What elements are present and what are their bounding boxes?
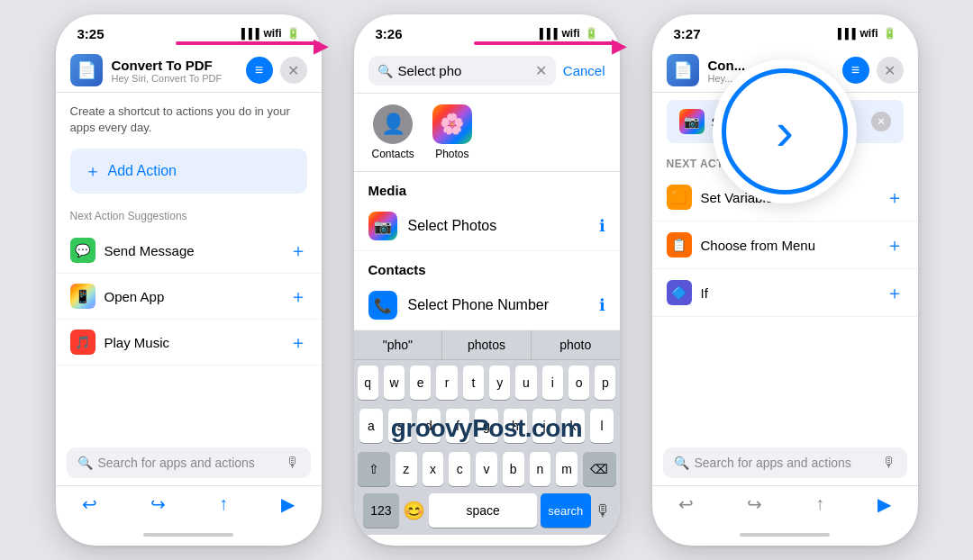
battery-icon-3: 🔋 (883, 27, 896, 40)
header-actions-1: ≡ ✕ (246, 57, 307, 84)
suggest-pho[interactable]: "pho" (354, 330, 443, 359)
open-app-icon: 📱 (70, 284, 95, 309)
menu-button-1[interactable]: ≡ (246, 57, 273, 84)
kb-row-3: ⇧ z x c v b n m ⌫ (354, 447, 620, 490)
kb-w[interactable]: w (384, 366, 405, 400)
wifi-icon-2: wifi (562, 27, 580, 40)
arrow-1: ▶ (176, 41, 320, 45)
nav-forward-1[interactable]: ↪ (150, 493, 166, 515)
search-input-value[interactable]: Select pho (398, 63, 462, 78)
select-phone-icon: 📞 (368, 291, 397, 320)
kb-n[interactable]: n (530, 452, 551, 486)
kb-b[interactable]: b (503, 452, 524, 486)
nav-back-1[interactable]: ↩ (82, 493, 97, 515)
select-photos-item[interactable]: 📷 Select Photos ℹ (354, 202, 620, 251)
kb-p[interactable]: p (595, 366, 615, 400)
nav-forward-3[interactable]: ↪ (747, 493, 762, 515)
search-bar-3[interactable]: 🔍 Search for apps and actions 🎙 (663, 447, 907, 478)
select-phone-number-item[interactable]: 📞 Select Phone Number ℹ (354, 281, 620, 330)
kb-delete[interactable]: ⌫ (583, 452, 615, 486)
if-label: If (701, 285, 877, 301)
suggestion-open-app[interactable]: 📱 Open App ＋ (56, 274, 322, 320)
if-action[interactable]: 🔷 If ＋ (652, 269, 918, 317)
arrow-head-2: ▶ (612, 34, 627, 58)
kb-mic[interactable]: 🎙 (595, 501, 611, 520)
quick-access-row: 👤 Contacts 🌸 Photos (354, 94, 620, 172)
mic-icon-1[interactable]: 🎙 (286, 455, 300, 471)
header-actions-3: ≡ ✕ (842, 57, 904, 84)
search-icon-1: 🔍 (77, 456, 93, 470)
suggest-photo[interactable]: photo (532, 330, 620, 359)
choose-from-menu-action[interactable]: 📋 Choose from Menu ＋ (652, 221, 918, 269)
open-app-plus[interactable]: ＋ (289, 285, 307, 309)
set-variable-plus[interactable]: ＋ (886, 185, 904, 210)
status-bar-3: 3:27 ▐▐▐ wifi 🔋 (652, 14, 918, 47)
suggestion-play-music[interactable]: 🎵 Play Music ＋ (56, 320, 322, 366)
choose-menu-plus[interactable]: ＋ (886, 233, 904, 257)
kb-a[interactable]: a (359, 409, 383, 443)
phone-2: 3:26 ▐▐▐ wifi 🔋 🔍 Select pho ✕ Cancel (354, 14, 620, 546)
close-button-3[interactable]: ✕ (877, 57, 904, 84)
kb-o[interactable]: o (568, 366, 589, 400)
nav-share-3[interactable]: ↑ (815, 493, 824, 515)
photos-emoji: 🌸 (440, 113, 464, 136)
kb-l[interactable]: l (590, 409, 614, 443)
wifi-icon-3: wifi (860, 27, 878, 40)
kb-space[interactable]: space (429, 493, 537, 528)
contacts-emoji: 👤 (381, 113, 405, 136)
menu-button-3[interactable]: ≡ (842, 57, 869, 84)
search-clear-btn[interactable]: ✕ (535, 62, 547, 79)
kb-numbers[interactable]: 123 (363, 493, 400, 528)
nav-play-1[interactable]: ▶ (281, 493, 295, 515)
next-action-circle: › (713, 59, 857, 203)
media-section-header: Media (354, 172, 620, 202)
suggest-photos[interactable]: photos (442, 330, 532, 359)
cancel-button-2[interactable]: Cancel (563, 63, 605, 78)
photos-quick[interactable]: 🌸 Photos (432, 104, 472, 160)
if-plus[interactable]: ＋ (886, 281, 904, 305)
kb-x[interactable]: x (423, 452, 444, 486)
play-music-plus[interactable]: ＋ (289, 330, 307, 355)
kb-i[interactable]: i (542, 366, 563, 400)
phone-2-content: 🔍 Select pho ✕ Cancel 👤 Contacts 🌸 (354, 47, 620, 546)
nav-back-3[interactable]: ↩ (678, 493, 694, 515)
watermark: groovyPost.com (391, 414, 582, 443)
send-message-plus[interactable]: ＋ (289, 239, 307, 263)
kb-u[interactable]: u (515, 366, 536, 400)
app-header-1: 📄 Convert To PDF Hey Siri, Convert To PD… (56, 47, 322, 93)
kb-y[interactable]: y (489, 366, 510, 400)
add-action-button[interactable]: ＋ Add Action (70, 149, 307, 194)
play-music-label: Play Music (105, 335, 280, 350)
select-phone-info[interactable]: ℹ (599, 295, 605, 315)
kb-t[interactable]: t (463, 366, 484, 400)
kb-search[interactable]: search (541, 493, 590, 528)
close-button-1[interactable]: ✕ (280, 57, 307, 84)
select-photos-info[interactable]: ℹ (599, 216, 605, 236)
status-icons-1: ▐▐▐ wifi 🔋 (238, 27, 299, 40)
add-action-label: Add Action (108, 163, 177, 179)
kb-e[interactable]: e (410, 366, 431, 400)
kb-q[interactable]: q (358, 366, 378, 400)
kb-c[interactable]: c (449, 452, 470, 486)
kb-v[interactable]: v (476, 452, 497, 486)
contacts-quick[interactable]: 👤 Contacts (372, 104, 414, 160)
nav-share-1[interactable]: ↑ (219, 493, 228, 515)
kb-r[interactable]: r (436, 366, 457, 400)
arrow-head-1: ▶ (314, 34, 329, 58)
kb-emoji[interactable]: 😊 (403, 500, 425, 521)
home-indicator-3 (740, 533, 830, 537)
next-action-circle-inner: › (722, 68, 848, 194)
selected-item-clear[interactable]: ✕ (871, 112, 891, 131)
nav-play-3[interactable]: ▶ (878, 493, 891, 515)
set-variable-icon: 🟧 (667, 185, 692, 210)
search-bar-1[interactable]: 🔍 Search for apps and actions 🎙 (67, 447, 311, 478)
suggestion-send-message[interactable]: 💬 Send Message ＋ (56, 228, 322, 274)
contacts-label: Contacts (372, 148, 414, 160)
kb-m[interactable]: m (556, 452, 577, 486)
signal-icon-3: ▐▐▐ (834, 28, 855, 39)
signal-icon-1: ▐▐▐ (238, 28, 259, 39)
mic-icon-3[interactable]: 🎙 (882, 455, 896, 471)
kb-z[interactable]: z (396, 452, 417, 486)
search-pill[interactable]: 🔍 Select pho ✕ (368, 56, 556, 86)
kb-shift[interactable]: ⇧ (358, 452, 390, 486)
